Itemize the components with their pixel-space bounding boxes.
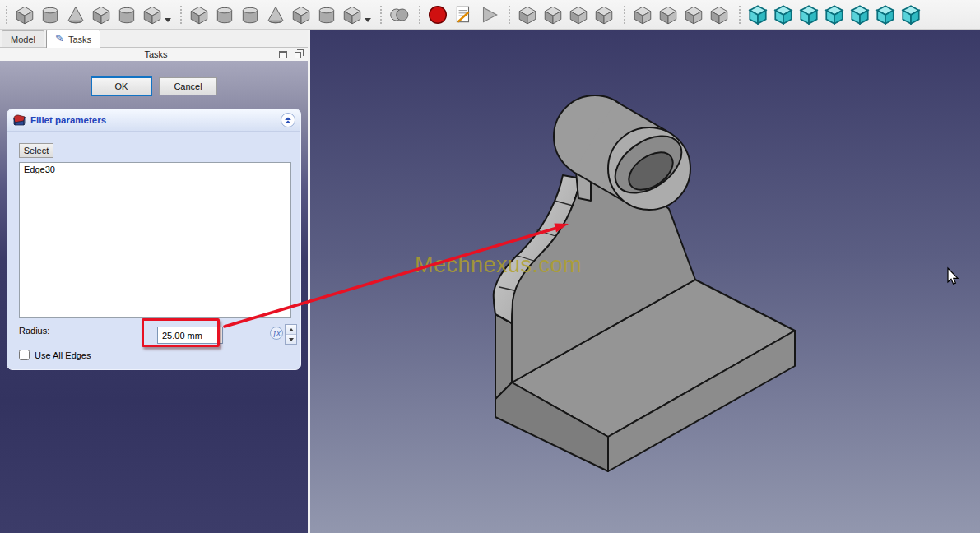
subtractive-tools-group xyxy=(176,0,376,30)
view-front-button[interactable] xyxy=(770,2,796,27)
multitransform-icon xyxy=(708,4,730,25)
record-macro-button[interactable] xyxy=(425,2,450,27)
view-front-icon xyxy=(773,4,794,25)
additive-primitive-dropdown-icon[interactable] xyxy=(165,18,171,22)
subtractive-helix-icon xyxy=(316,4,337,25)
revolution-button[interactable] xyxy=(37,2,63,27)
subtractive-loft-icon xyxy=(265,4,286,25)
spin-down-button[interactable] xyxy=(286,334,296,344)
tab-tasks-label: Tasks xyxy=(68,35,91,44)
subtractive-primitive-dropdown-icon[interactable] xyxy=(365,18,371,22)
additive-pipe-icon xyxy=(91,4,112,25)
view-isometric-button[interactable] xyxy=(745,2,770,27)
view-rear-button[interactable] xyxy=(847,2,872,27)
polar-pattern-button[interactable] xyxy=(680,2,706,27)
formula-expression-icon[interactable]: ƒx xyxy=(270,327,283,340)
combo-view-sidebar: Model ✎ Tasks Tasks OK Cancel Fillet par… xyxy=(0,30,308,533)
main-toolbar xyxy=(0,0,980,30)
additive-primitive-button[interactable] xyxy=(139,2,165,27)
thickness-button[interactable] xyxy=(591,2,616,27)
linear-pattern-button[interactable] xyxy=(655,2,680,27)
mouse-cursor xyxy=(948,268,958,284)
pocket-button[interactable] xyxy=(186,2,211,27)
dressup-tools-group xyxy=(504,0,620,30)
thickness-icon xyxy=(593,4,615,25)
boolean-tools-group xyxy=(376,0,415,30)
multitransform-button[interactable] xyxy=(706,2,732,27)
draft-icon xyxy=(568,4,589,25)
pocket-icon xyxy=(188,4,210,25)
fillet-feature-icon xyxy=(12,114,26,127)
pad-icon xyxy=(14,4,35,25)
macro-tools-group xyxy=(415,0,504,30)
hole-icon xyxy=(214,4,235,25)
chevron-double-up-icon xyxy=(283,115,293,125)
draft-button[interactable] xyxy=(565,2,591,27)
view-right-button[interactable] xyxy=(821,2,847,27)
edit-macro-icon xyxy=(453,4,474,25)
tasks-panel-content: OK Cancel Fillet parameters Select Edge3… xyxy=(0,61,308,533)
subtractive-pipe-button[interactable] xyxy=(288,2,314,27)
select-edges-button[interactable]: Select xyxy=(19,143,53,158)
additive-loft-icon xyxy=(65,4,86,25)
tasks-panel-title: Tasks xyxy=(0,49,279,59)
3d-viewport[interactable]: Mechnexus.com xyxy=(310,30,980,533)
arrow-down-icon xyxy=(289,338,294,341)
edge-list-item[interactable]: Edge30 xyxy=(20,163,290,176)
combo-view-tabbar: Model ✎ Tasks xyxy=(0,30,308,48)
linear-pattern-icon xyxy=(657,4,679,25)
groove-icon xyxy=(239,4,261,25)
collapse-section-button[interactable] xyxy=(281,113,295,127)
mirrored-icon xyxy=(632,4,653,25)
view-right-icon xyxy=(824,4,845,25)
view-top-icon xyxy=(798,4,820,25)
additive-pipe-button[interactable] xyxy=(88,2,114,27)
spin-up-button[interactable] xyxy=(286,325,296,334)
subtractive-primitive-icon xyxy=(341,4,363,25)
edge-list[interactable]: Edge30 xyxy=(19,162,291,318)
use-all-edges-checkbox[interactable] xyxy=(19,350,30,360)
ok-button[interactable]: OK xyxy=(91,76,152,96)
execute-macro-button[interactable] xyxy=(476,2,501,27)
mirrored-button[interactable] xyxy=(629,2,655,27)
dock-panel-icon[interactable] xyxy=(279,51,287,58)
view-top-button[interactable] xyxy=(796,2,821,27)
chamfer-icon xyxy=(542,4,564,25)
view-left-button[interactable] xyxy=(898,2,923,27)
additive-loft-button[interactable] xyxy=(63,2,88,27)
boolean-operation-icon xyxy=(388,4,410,25)
edit-macro-button[interactable] xyxy=(450,2,476,27)
float-panel-icon[interactable] xyxy=(295,52,301,58)
record-macro-icon xyxy=(427,4,448,25)
view-tools-group xyxy=(735,0,927,30)
additive-helix-button[interactable] xyxy=(114,2,139,27)
tab-model-label: Model xyxy=(11,35,35,44)
fillet-parameters-dialog: Fillet parameters Select Edge30 Radius: … xyxy=(7,109,301,370)
cancel-button[interactable]: Cancel xyxy=(159,77,217,95)
tab-model[interactable]: Model xyxy=(2,30,44,47)
view-rear-icon xyxy=(849,4,871,25)
tab-tasks[interactable]: ✎ Tasks xyxy=(46,30,100,48)
subtractive-helix-button[interactable] xyxy=(314,2,339,27)
view-isometric-icon xyxy=(747,4,769,25)
additive-tools-group xyxy=(2,0,176,30)
pad-button[interactable] xyxy=(12,2,37,27)
subtractive-loft-button[interactable] xyxy=(262,2,288,27)
subtractive-pipe-icon xyxy=(290,4,312,25)
fillet-button[interactable] xyxy=(514,2,540,27)
groove-button[interactable] xyxy=(237,2,262,27)
radius-spinner xyxy=(285,324,297,345)
hole-button[interactable] xyxy=(211,2,237,27)
polar-pattern-icon xyxy=(683,4,704,25)
chamfer-button[interactable] xyxy=(540,2,565,27)
use-all-edges-label: Use All Edges xyxy=(35,350,91,360)
arrow-up-icon xyxy=(289,328,294,331)
fillet-dialog-title: Fillet parameters xyxy=(30,115,281,125)
execute-macro-icon xyxy=(478,4,499,25)
radius-input[interactable] xyxy=(157,327,223,344)
subtractive-primitive-button[interactable] xyxy=(339,2,365,27)
revolution-icon xyxy=(39,4,61,25)
view-bottom-button[interactable] xyxy=(872,2,898,27)
additive-primitive-icon xyxy=(142,4,163,25)
boolean-operation-button[interactable] xyxy=(386,2,411,27)
